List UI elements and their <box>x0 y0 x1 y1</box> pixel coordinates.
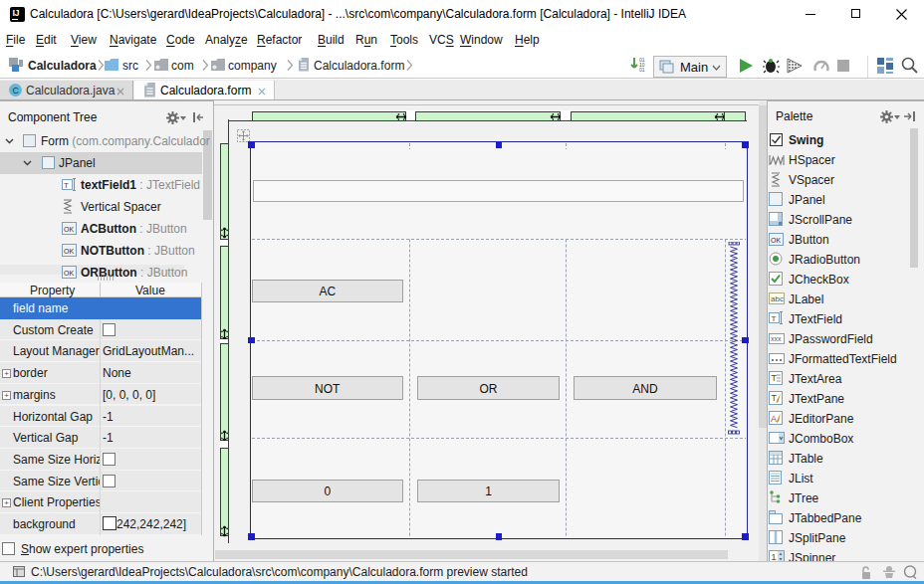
svg-text:01: 01 <box>639 67 645 73</box>
svg-text:xxx: xxx <box>771 335 782 342</box>
svg-text:OK: OK <box>771 237 781 244</box>
svg-text:OK: OK <box>64 248 74 255</box>
svg-text:T: T <box>772 373 778 383</box>
svg-text:T: T <box>772 393 778 403</box>
svg-text:OK: OK <box>64 226 74 233</box>
svg-text:T: T <box>64 181 69 190</box>
svg-text:A: A <box>771 414 777 424</box>
svg-text:abc: abc <box>771 294 784 303</box>
svg-text:T: T <box>772 314 777 323</box>
svg-text:OK: OK <box>64 270 74 277</box>
